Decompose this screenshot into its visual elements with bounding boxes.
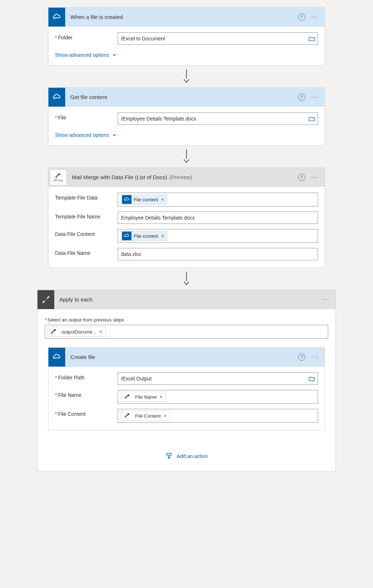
more-icon[interactable]: ··· [310, 353, 320, 361]
tpl-name-label: Template File Name [55, 214, 101, 220]
token-remove-icon[interactable]: × [160, 394, 162, 400]
step-header[interactable]: Create file ? ··· [48, 348, 325, 367]
connector-arrow [186, 149, 187, 164]
step-header[interactable]: When a file is created ? ··· [48, 8, 325, 27]
help-icon[interactable]: ? [298, 354, 305, 361]
token-remove-icon[interactable]: × [161, 233, 164, 239]
step-get-file-content: Get file content ? ··· *File /Employee D… [48, 87, 325, 146]
onedrive-icon [48, 8, 65, 27]
step-title: When a file is created [65, 14, 298, 20]
show-advanced-link[interactable]: Show advanced options [55, 132, 117, 138]
step-apply-to-each: Apply to each ··· *Select an output from… [37, 290, 336, 471]
more-icon[interactable]: ··· [310, 93, 320, 101]
file-name-input[interactable]: File Name × [118, 390, 318, 404]
help-icon[interactable]: ? [298, 94, 305, 101]
folder-path-input[interactable]: /Excel Output [118, 372, 318, 385]
data-name-input[interactable]: data.xlsx [118, 248, 318, 260]
file-picker-icon[interactable] [308, 115, 316, 122]
svg-point-1 [54, 329, 56, 331]
tpl-data-label: Template File Data [55, 195, 98, 201]
connector-arrow [186, 272, 187, 286]
preview-badge: (Preview) [169, 174, 192, 180]
svg-rect-4 [167, 453, 172, 455]
step-title: Apply to each [54, 296, 321, 303]
file-input[interactable]: /Employee Details Template.docx [118, 113, 318, 125]
add-action-button[interactable]: Add an action [45, 452, 328, 460]
show-advanced-link[interactable]: Show advanced options [55, 52, 117, 58]
folder-input[interactable]: /Excel to Document [118, 32, 318, 45]
step-title: Create file [65, 354, 298, 360]
tpl-data-input[interactable]: File content × [118, 193, 318, 206]
output-docs-token[interactable]: outputDocume... × [47, 327, 106, 337]
file-content-token[interactable]: File content × [121, 231, 167, 241]
folder-picker-icon[interactable] [308, 375, 316, 382]
svg-point-0 [58, 173, 60, 175]
svg-point-2 [127, 394, 129, 396]
step-create-file: Create file ? ··· *Folder Path /Excel Ou… [48, 347, 325, 430]
connector-arrow [186, 69, 187, 84]
loop-icon [38, 290, 54, 309]
more-icon[interactable]: ··· [321, 296, 331, 303]
data-content-input[interactable]: File content × [118, 229, 318, 243]
file-content-token[interactable]: File content × [121, 194, 167, 205]
token-remove-icon[interactable]: × [164, 413, 166, 419]
apikey-icon: API Key [50, 169, 67, 185]
help-icon[interactable]: ? [298, 174, 305, 181]
select-output-label: Select an output from previous steps [47, 317, 124, 323]
help-icon[interactable]: ? [298, 13, 305, 21]
file-name-label: File Name [58, 392, 81, 398]
step-header[interactable]: Get file content ? ··· [48, 88, 325, 107]
step-header[interactable]: Apply to each ··· [38, 290, 335, 309]
onedrive-icon [48, 88, 65, 107]
step-header[interactable]: API Key Mail Merge with Data File (List … [48, 168, 325, 187]
token-remove-icon[interactable]: × [161, 197, 164, 202]
file-content-input[interactable]: File Content × [118, 409, 318, 423]
file-label: File [58, 115, 66, 121]
step-title: Get file content [65, 94, 298, 100]
step-mail-merge: API Key Mail Merge with Data File (List … [48, 167, 325, 268]
folder-path-label: Folder Path [58, 375, 84, 380]
token-remove-icon[interactable]: × [99, 329, 102, 335]
select-output-input[interactable]: outputDocume... × [45, 325, 328, 339]
more-icon[interactable]: ··· [310, 13, 320, 21]
file-content-label: File Content [58, 411, 85, 417]
tpl-name-input[interactable]: Employee Details Template.docx [118, 212, 318, 224]
file-name-token[interactable]: File Name × [121, 392, 166, 402]
step-when-file-created: When a file is created ? ··· *Folder /Ex… [48, 7, 325, 66]
onedrive-icon [48, 348, 65, 367]
svg-point-3 [127, 413, 129, 415]
step-title: Mail Merge with Data File (List of Docs)… [67, 174, 298, 180]
file-content-token[interactable]: File Content × [121, 411, 170, 421]
data-name-label: Data File Name [55, 250, 90, 256]
more-icon[interactable]: ··· [310, 173, 320, 181]
data-content-label: Data File Content [55, 231, 95, 237]
folder-picker-icon[interactable] [308, 35, 316, 42]
folder-label: Folder [58, 35, 72, 40]
